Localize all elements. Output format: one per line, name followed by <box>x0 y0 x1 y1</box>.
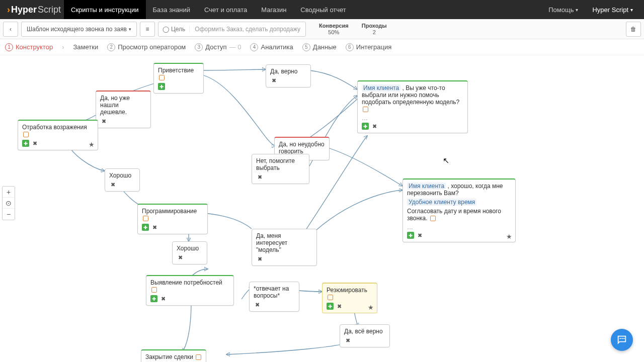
template-dropdown[interactable]: Шаблон исходящего звонка по заяв▾ <box>21 22 137 37</box>
chat-icon <box>616 334 627 345</box>
variable-callback-time: Удобное клиенту время <box>407 199 476 206</box>
checkbox-icon[interactable] <box>159 75 165 80</box>
goal-label: ◯ Цель <box>158 26 190 33</box>
close-icon[interactable]: ✖ <box>100 118 107 125</box>
nav-user[interactable]: Hyper Script▾ <box>585 0 640 19</box>
node-all-correct[interactable]: Да, всё верно ✖ <box>340 324 390 347</box>
goal-box: ◯ Цель Оформить Заказ, сделать допродажу <box>158 22 306 37</box>
node-model-interest[interactable]: Да, меня интересует "модель" ✖ <box>252 229 317 266</box>
node-resume[interactable]: Резюмировать ✚✖ ★ <box>322 283 377 313</box>
close-icon[interactable]: ✖ <box>109 181 116 188</box>
checkbox-icon[interactable] <box>143 216 148 221</box>
checkbox-icon[interactable] <box>196 354 201 360</box>
close-icon[interactable]: ✖ <box>159 295 167 302</box>
metric-conversion: Конверсия 50% <box>319 23 349 36</box>
node-close-deal[interactable]: Закрытие сделки <box>141 349 206 362</box>
close-icon[interactable]: ✖ <box>270 77 277 84</box>
close-icon[interactable]: ✖ <box>151 224 158 231</box>
menu-button[interactable]: ≡ <box>140 22 155 37</box>
close-icon[interactable]: ✖ <box>256 255 263 262</box>
close-icon[interactable]: ✖ <box>31 140 38 147</box>
plus-icon[interactable]: ✚ <box>158 83 165 90</box>
nav-store[interactable]: Магазин <box>254 0 293 19</box>
plus-icon[interactable]: ✚ <box>150 295 157 302</box>
close-icon[interactable]: ✖ <box>256 173 263 180</box>
cursor-icon: ↖ <box>443 156 449 165</box>
brand-chevron-icon: › <box>7 5 10 15</box>
plus-icon[interactable]: ✚ <box>362 123 369 130</box>
close-icon[interactable]: ✖ <box>254 301 261 308</box>
checkbox-icon[interactable] <box>430 216 436 221</box>
breadcrumb-sep: › <box>62 43 64 51</box>
star-icon: ★ <box>506 233 512 240</box>
subtab-preview[interactable]: 2Просмотр оператором <box>107 43 186 51</box>
subtab-data[interactable]: 5Данные <box>302 43 337 51</box>
nav-report[interactable]: Сводный отчет <box>293 0 353 19</box>
flow-canvas[interactable]: Приветствие ✚ Да, верно ✖ Да, но уже наш… <box>0 55 644 362</box>
variable-client-name: Имя клиента <box>362 84 400 92</box>
checkbox-icon[interactable] <box>363 107 368 112</box>
node-programming[interactable]: Программирование ✚✖ <box>137 204 208 234</box>
node-ok-2[interactable]: Хорошо ✖ <box>172 241 207 264</box>
brand-post: Script <box>38 5 61 15</box>
close-icon[interactable]: ✖ <box>177 254 184 261</box>
plus-icon[interactable]: ✚ <box>407 232 414 239</box>
close-icon[interactable]: ✖ <box>344 337 351 344</box>
checkbox-icon[interactable] <box>151 287 157 293</box>
subtab-constructor[interactable]: 1Конструктор <box>5 43 53 51</box>
node-yes-correct[interactable]: Да, верно ✖ <box>266 64 311 87</box>
star-icon: ★ <box>89 141 95 148</box>
node-greeting[interactable]: Приветствие ✚ <box>153 63 204 94</box>
checkbox-icon[interactable] <box>23 132 29 137</box>
node-objection[interactable]: Отработка возражения ✚✖ ★ <box>18 120 98 150</box>
back-button[interactable]: ‹ <box>3 22 18 37</box>
node-help-pick[interactable]: Нет, помогите выбрать ✖ <box>252 154 309 184</box>
plus-icon[interactable]: ✚ <box>142 224 149 231</box>
node-needs[interactable]: Выявление потребностей ✚✖ <box>146 275 234 306</box>
star-icon: ★ <box>368 304 374 311</box>
subtab-access[interactable]: 3Доступ — 0 <box>195 43 241 51</box>
nav-scripts[interactable]: Скрипты и инструкции <box>64 0 146 19</box>
goal-text: Оформить Заказ, сделать допродажу <box>190 26 305 33</box>
zoom-controls: + ⊙ − <box>2 186 15 220</box>
plus-icon[interactable]: ✚ <box>22 140 29 147</box>
nav-knowledge[interactable]: База знаний <box>146 0 198 19</box>
node-client-question[interactable]: Имя клиента , Вы уже что-то выбрали или … <box>357 80 468 133</box>
zoom-in-button[interactable]: + <box>3 187 15 198</box>
variable-client-name: Имя клиента <box>407 183 446 190</box>
metric-passes: Проходы 2 <box>362 23 387 36</box>
zoom-reset-button[interactable]: ⊙ <box>3 198 15 209</box>
delete-button[interactable]: 🗑 <box>626 22 641 37</box>
chat-bubble-button[interactable] <box>611 329 633 351</box>
close-icon[interactable]: ✖ <box>336 303 343 310</box>
node-callback[interactable]: Имя клиента , хорошо, когда мне перезвон… <box>403 178 516 242</box>
subtab-integration[interactable]: 6Интеграция <box>346 43 392 51</box>
node-answers[interactable]: *отвечает на вопросы* ✖ <box>249 282 299 312</box>
close-icon[interactable]: ✖ <box>371 123 378 130</box>
subtab-analytics[interactable]: 4Аналитика <box>250 43 293 51</box>
nav-help[interactable]: Помощь▾ <box>541 0 585 19</box>
top-nav: › HyperScript Скрипты и инструкции База … <box>0 0 644 19</box>
checkbox-icon[interactable] <box>328 295 333 300</box>
zoom-out-button[interactable]: − <box>3 209 15 220</box>
node-found-cheaper[interactable]: Да, но уже нашли дешевле. ✖ <box>96 90 151 128</box>
nav-billing[interactable]: Счет и оплата <box>197 0 254 19</box>
brand-logo: › HyperScript <box>4 5 64 15</box>
brand-pre: Hyper <box>11 5 37 15</box>
subtab-notes[interactable]: Заметки <box>73 43 98 51</box>
close-icon[interactable]: ✖ <box>416 232 423 239</box>
plus-icon[interactable]: ✚ <box>327 303 334 310</box>
subtabs: 1Конструктор › Заметки 2Просмотр операто… <box>0 39 644 55</box>
node-ok-1[interactable]: Хорошо ✖ <box>105 168 140 192</box>
toolbar: ‹ Шаблон исходящего звонка по заяв▾ ≡ ◯ … <box>0 19 644 39</box>
